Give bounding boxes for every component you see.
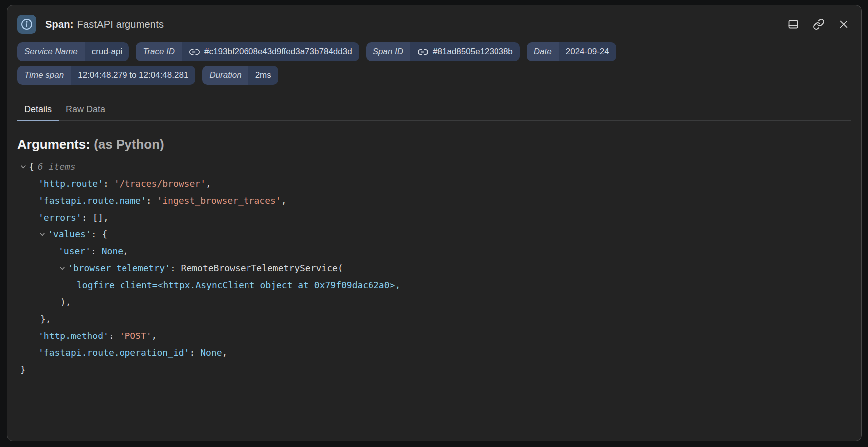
collapse-chevron-icon[interactable] (58, 264, 66, 272)
attribute-value-text: 2ms (255, 70, 271, 80)
code-token: 'ingest_browser_traces' (157, 192, 281, 209)
arguments-heading-muted: (as Python) (90, 137, 164, 152)
code-token: : (103, 175, 114, 192)
span-attributes: Service Namecrud-apiTrace ID#c193bf20608… (17, 42, 851, 85)
attribute-row: Service Namecrud-apiTrace ID#c193bf20608… (17, 42, 851, 61)
info-icon (17, 15, 36, 34)
dock-panel-icon[interactable] (787, 18, 799, 30)
attribute-label: Time span (17, 66, 71, 85)
code-token: , (206, 175, 211, 192)
close-icon[interactable] (838, 19, 849, 30)
code-line: logfire_client=<httpx.AsyncClient object… (17, 277, 851, 294)
attribute-value[interactable]: #c193bf20608e43d9ffed3a73b784dd3d (182, 42, 359, 61)
span-detail-panel: Span:FastAPI arguments Service Namecrud-… (7, 5, 862, 441)
attribute-pill-service-name: Service Namecrud-api (17, 42, 129, 61)
attribute-label: Duration (202, 66, 248, 85)
code-line: 'http.method': 'POST', (17, 328, 851, 344)
attribute-pill-duration: Duration2ms (202, 66, 278, 85)
code-token: , (222, 344, 227, 361)
indent-guide (45, 245, 45, 309)
code-line: 'errors': [], (17, 209, 851, 226)
attribute-row: Time span12:04:48.279 to 12:04:48.281Dur… (17, 66, 851, 85)
span-title: FastAPI arguments (77, 19, 164, 30)
attribute-value: 12:04:48.279 to 12:04:48.281 (71, 66, 195, 85)
code-token: 'user' (58, 243, 91, 260)
attribute-value-text: #c193bf20608e43d9ffed3a73b784dd3d (204, 47, 352, 57)
copy-link-icon[interactable] (813, 18, 825, 30)
attribute-value-text: crud-api (92, 47, 122, 57)
code-token: : (109, 328, 120, 344)
arguments-heading-bold: Arguments: (17, 137, 90, 152)
code-token: { (29, 158, 34, 175)
code-token: : (146, 192, 157, 209)
tab-raw-data[interactable]: Raw Data (59, 100, 112, 120)
span-kind-label: Span: (45, 19, 74, 30)
code-line: {6 items (17, 158, 851, 175)
code-line: } (17, 361, 851, 378)
code-token: 'POST' (120, 328, 152, 344)
code-line: 'fastapi.route.operation_id': None, (17, 344, 851, 361)
attribute-value-text: 12:04:48.279 to 12:04:48.281 (78, 70, 188, 80)
code-token: : [], (82, 209, 109, 226)
detail-tabs: Details Raw Data (17, 100, 851, 121)
attribute-pill-time-span: Time span12:04:48.279 to 12:04:48.281 (17, 66, 195, 85)
code-line: }, (17, 311, 851, 328)
panel-title: Span:FastAPI arguments (45, 19, 164, 30)
code-token: logfire_client=<httpx.AsyncClient object… (77, 277, 400, 294)
code-token: : (91, 243, 102, 260)
code-line: 'user': None, (17, 243, 851, 260)
code-token: , (281, 192, 287, 209)
code-token: 'browser_telemetry' (68, 260, 170, 277)
code-token: None (200, 344, 222, 361)
code-token: None (102, 243, 123, 260)
header-actions (787, 18, 851, 30)
code-token: : (189, 344, 200, 361)
code-token: }, (40, 311, 51, 328)
code-token: 'fastapi.route.operation_id' (38, 344, 189, 361)
tab-details[interactable]: Details (17, 100, 59, 120)
collapse-chevron-icon[interactable] (19, 163, 27, 171)
attribute-value[interactable]: #81ad8505e123038b (410, 42, 520, 61)
code-token: } (20, 361, 26, 378)
indent-guide (26, 177, 26, 359)
indent-guide (64, 279, 64, 302)
attribute-label: Date (527, 42, 559, 61)
collapse-chevron-icon[interactable] (38, 230, 46, 238)
code-tree: {6 items'http.route': '/traces/browser',… (17, 158, 851, 378)
attribute-pill-span-id: Span ID#81ad8505e123038b (366, 42, 520, 61)
code-token: 'http.route' (38, 175, 103, 192)
code-line: 'fastapi.route.name': 'ingest_browser_tr… (17, 192, 851, 209)
attribute-label: Service Name (17, 42, 85, 61)
attribute-label: Span ID (366, 42, 410, 61)
code-token: , (152, 328, 157, 344)
code-line: 'values': { (17, 226, 851, 243)
attribute-pill-trace-id: Trace ID#c193bf20608e43d9ffed3a73b784dd3… (136, 42, 359, 61)
attribute-value-text: #81ad8505e123038b (433, 47, 513, 57)
link-icon[interactable] (189, 46, 200, 58)
link-icon[interactable] (417, 46, 429, 58)
attribute-label: Trace ID (136, 42, 182, 61)
code-line: 'browser_telemetry': RemoteBrowserTeleme… (17, 260, 851, 277)
panel-header: Span:FastAPI arguments (17, 14, 851, 34)
arguments-heading: Arguments: (as Python) (17, 137, 851, 152)
code-token: '/traces/browser' (114, 175, 206, 192)
code-token: ), (60, 294, 71, 311)
code-token: 'errors' (38, 209, 82, 226)
code-token: 'fastapi.route.name' (38, 192, 146, 209)
attribute-pill-date: Date2024-09-24 (527, 42, 616, 61)
code-token: 6 items (38, 158, 76, 175)
code-token: 'http.method' (38, 328, 109, 344)
attribute-value: 2ms (248, 66, 278, 85)
code-line: 'http.route': '/traces/browser', (17, 175, 851, 192)
attribute-value: 2024-09-24 (559, 42, 616, 61)
code-token: 'values' (48, 226, 91, 243)
attribute-value-text: 2024-09-24 (566, 47, 609, 57)
code-line: ), (17, 294, 851, 311)
code-token: : { (91, 226, 108, 243)
code-token: : RemoteBrowserTelemetryService( (170, 260, 343, 277)
attribute-value: crud-api (85, 42, 129, 61)
code-token: , (123, 243, 128, 260)
